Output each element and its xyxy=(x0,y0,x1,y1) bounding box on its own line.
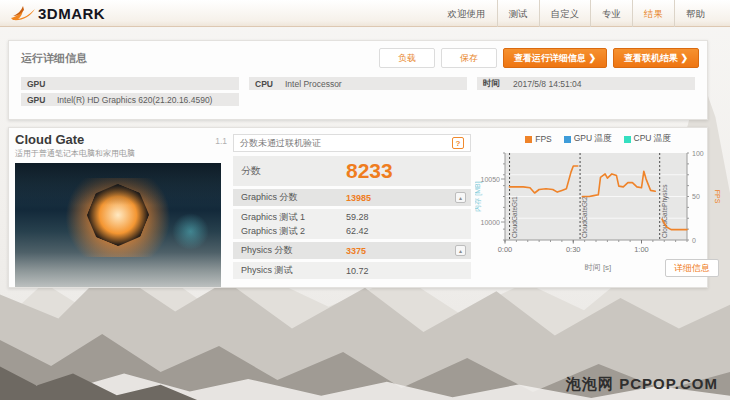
info-cell-empty xyxy=(477,93,695,106)
svg-text:CloudGatePhysics: CloudGatePhysics xyxy=(661,184,669,238)
run-details-buttons: 负载 保存 查看运行详细信息 ❯ 查看联机结果 ❯ xyxy=(379,48,699,68)
svg-text:0:30: 0:30 xyxy=(566,245,581,254)
menu-item-test[interactable]: 测试 xyxy=(497,0,539,27)
monitoring-chart-column: FPS GPU 温度 CPU 温度 1005010000内存 [MB]10050… xyxy=(475,132,721,273)
svg-text:FPS: FPS xyxy=(714,190,721,204)
thumbnail-ice-shade xyxy=(15,163,221,205)
graphics-test1-fps: 59.28 xyxy=(346,212,369,222)
graphics-tests-block: Graphics 测试 1 59.28 Graphics 测试 2 62.42 xyxy=(233,209,471,239)
physics-score: 3375 xyxy=(346,246,366,256)
app-logo: 3DMARK xyxy=(10,4,105,22)
graphics-score-row: Graphics 分数 13985 ▴ xyxy=(233,189,471,206)
physics-test-fps: 10.72 xyxy=(346,266,369,276)
benchmark-subtitle: 适用于普通笔记本电脑和家用电脑 xyxy=(15,148,227,159)
run-details-title: 运行详细信息 xyxy=(21,51,87,66)
legend-cpu-temp: CPU 温度 xyxy=(624,133,671,145)
benchmark-result-card: Cloud Gate 1.1 适用于普通笔记本电脑和家用电脑 分数未通过联机验证… xyxy=(8,127,708,288)
fps-line-chart: 1005010000内存 [MB]100500FPS0:000:301:00Cl… xyxy=(475,148,721,260)
score-label: 分数 xyxy=(241,164,261,178)
top-bar: 3DMARK 欢迎使用 测试 自定义 专业 结果 帮助 xyxy=(0,0,730,27)
system-info-grid: GPU CPU Intel Processor 时间 2017/5/8 14:5… xyxy=(21,77,695,106)
chart-legend: FPS GPU 温度 CPU 温度 xyxy=(475,132,721,146)
graphics-score: 13985 xyxy=(346,193,371,203)
menu-item-help[interactable]: 帮助 xyxy=(674,0,716,27)
info-cell-time: 时间 2017/5/8 14:51:04 xyxy=(477,77,695,90)
run-details-header: 运行详细信息 负载 保存 查看运行详细信息 ❯ 查看联机结果 ❯ xyxy=(9,41,707,68)
load-button[interactable]: 负载 xyxy=(379,48,435,68)
cpu-temp-swatch-icon xyxy=(624,136,631,143)
help-badge[interactable]: ? xyxy=(452,137,464,149)
menu-item-professional[interactable]: 专业 xyxy=(590,0,632,27)
overall-score-row: 分数 8233 xyxy=(233,156,471,186)
svg-text:内存 [MB]: 内存 [MB] xyxy=(475,181,482,211)
gpu-temp-swatch-icon xyxy=(564,136,571,143)
pcpop-watermark: 泡泡网 PCPOP.COM xyxy=(566,375,718,394)
benchmark-info-column: Cloud Gate 1.1 适用于普通笔记本电脑和家用电脑 xyxy=(15,132,227,287)
svg-text:CloudGateGt1: CloudGateGt1 xyxy=(511,196,518,238)
collapse-icon[interactable]: ▴ xyxy=(455,192,466,203)
menu-item-results[interactable]: 结果 xyxy=(632,0,674,27)
score-column: 分数未通过联机验证 ? 分数 8233 Graphics 分数 13985 ▴ … xyxy=(233,134,471,279)
save-button[interactable]: 保存 xyxy=(441,48,497,68)
graphics-test2-row: Graphics 测试 2 62.42 xyxy=(233,224,471,238)
logo-text: 3DMARK xyxy=(38,5,105,22)
graphics-test1-row: Graphics 测试 1 59.28 xyxy=(233,210,471,224)
menu-item-welcome[interactable]: 欢迎使用 xyxy=(437,0,497,27)
validation-text: 分数未通过联机验证 xyxy=(240,137,321,150)
info-cell-cpu: CPU Intel Processor xyxy=(249,77,467,90)
info-cell-empty xyxy=(249,93,467,106)
run-details-card: 运行详细信息 负载 保存 查看运行详细信息 ❯ 查看联机结果 ❯ GPU CPU… xyxy=(8,40,708,120)
svg-text:CloudGateGt2: CloudGateGt2 xyxy=(581,196,588,238)
validation-bar: 分数未通过联机验证 ? xyxy=(233,134,471,152)
menu-item-custom[interactable]: 自定义 xyxy=(539,0,591,27)
svg-text:100: 100 xyxy=(692,150,704,157)
overall-score: 8233 xyxy=(346,159,393,183)
graphics-test2-fps: 62.42 xyxy=(346,226,369,236)
svg-text:10050: 10050 xyxy=(481,176,501,183)
fps-swatch-icon xyxy=(525,136,532,143)
info-cell-gpu-model: GPU Intel(R) HD Graphics 620(21.20.16.45… xyxy=(21,93,239,106)
legend-fps: FPS xyxy=(525,134,552,144)
svg-text:50: 50 xyxy=(692,193,700,200)
benchmark-name: Cloud Gate xyxy=(15,132,84,147)
chart-details-button[interactable]: 详细信息 xyxy=(665,259,719,277)
svg-text:10000: 10000 xyxy=(481,219,501,226)
thumbnail-teal-glint xyxy=(172,213,209,250)
svg-text:0: 0 xyxy=(692,237,696,244)
benchmark-version: 1.1 xyxy=(215,136,227,146)
main-menu: 欢迎使用 测试 自定义 专业 结果 帮助 xyxy=(437,0,717,26)
view-run-details-button[interactable]: 查看运行详细信息 ❯ xyxy=(503,48,607,68)
info-cell-gpu: GPU xyxy=(21,77,239,90)
flame-swoosh-icon xyxy=(10,4,36,22)
collapse-icon[interactable]: ▴ xyxy=(455,245,466,256)
physics-score-row: Physics 分数 3375 ▴ xyxy=(233,242,471,259)
fps-chart-area: 1005010000内存 [MB]100500FPS0:000:301:00Cl… xyxy=(475,148,721,273)
svg-text:0:00: 0:00 xyxy=(498,245,513,254)
cloud-gate-thumbnail xyxy=(15,163,221,287)
legend-gpu-temp: GPU 温度 xyxy=(564,133,612,145)
physics-test-row: Physics 测试 10.72 xyxy=(233,262,471,279)
svg-text:1:00: 1:00 xyxy=(634,245,649,254)
view-online-result-button[interactable]: 查看联机结果 ❯ xyxy=(613,48,699,68)
